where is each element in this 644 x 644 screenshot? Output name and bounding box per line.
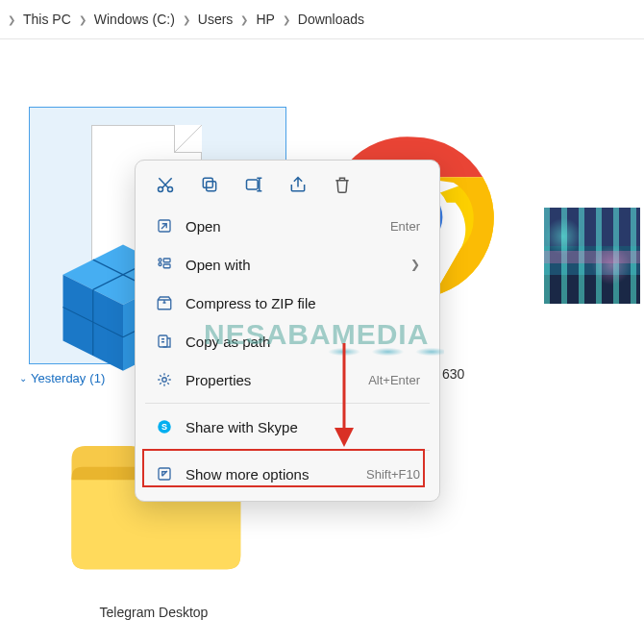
delete-icon[interactable] xyxy=(332,174,353,195)
menu-item-compress-zip[interactable]: Compress to ZIP file xyxy=(141,284,433,322)
crumb-hp[interactable]: HP xyxy=(254,10,276,29)
menu-shortcut: Enter xyxy=(390,219,420,234)
content-area: ⌄ Yesterday (1) 630 Telegram Desktop NES… xyxy=(0,39,644,635)
svg-rect-21 xyxy=(163,264,170,268)
group-label-text: Yesterday xyxy=(31,371,86,385)
menu-item-show-more-options[interactable]: Show more options Shift+F10 xyxy=(141,455,433,493)
menu-shortcut: Shift+F10 xyxy=(366,467,420,482)
svg-point-12 xyxy=(159,187,163,192)
properties-icon xyxy=(155,370,174,389)
context-menu-top-actions xyxy=(141,168,433,207)
svg-point-13 xyxy=(168,187,173,192)
menu-label: Share with Skype xyxy=(186,419,420,435)
svg-rect-20 xyxy=(163,259,170,262)
copy-path-icon xyxy=(155,332,174,351)
breadcrumb: ❯ This PC ❯ Windows (C:) ❯ Users ❯ HP ❯ … xyxy=(0,0,644,39)
menu-shortcut: Alt+Enter xyxy=(368,373,420,387)
svg-text:S: S xyxy=(161,422,167,432)
menu-label: Compress to ZIP file xyxy=(186,295,420,311)
chevron-right-icon: ❯ xyxy=(240,14,248,25)
menu-item-open-with[interactable]: Open with ❯ xyxy=(141,245,433,284)
menu-item-share-skype[interactable]: S Share with Skype xyxy=(141,408,433,446)
open-icon xyxy=(155,216,174,235)
crumb-this-pc[interactable]: This PC xyxy=(21,10,73,29)
menu-label: Open with xyxy=(186,257,399,273)
cut-icon[interactable] xyxy=(155,174,176,195)
menu-separator xyxy=(145,450,430,451)
svg-point-19 xyxy=(159,263,161,266)
group-count: (1) xyxy=(89,371,105,385)
svg-rect-14 xyxy=(207,182,216,191)
menu-label: Copy as path xyxy=(186,334,420,350)
menu-label: Show more options xyxy=(186,466,355,483)
menu-item-copy-path[interactable]: Copy as path xyxy=(141,322,433,360)
chevron-down-icon: ⌄ xyxy=(19,373,27,384)
menu-separator xyxy=(145,403,430,404)
chevron-right-icon: ❯ xyxy=(283,14,290,25)
chevron-right-icon: ❯ xyxy=(8,14,15,25)
menu-label: Open xyxy=(186,218,379,235)
copy-icon[interactable] xyxy=(199,174,220,195)
menu-item-properties[interactable]: Properties Alt+Enter xyxy=(141,360,433,399)
group-header-yesterday[interactable]: ⌄ Yesterday (1) xyxy=(19,371,105,385)
crumb-users[interactable]: Users xyxy=(196,10,235,29)
file-tile-image[interactable] xyxy=(544,208,640,304)
svg-rect-22 xyxy=(159,335,167,347)
open-with-icon xyxy=(155,255,174,274)
rename-icon[interactable] xyxy=(243,174,264,195)
crumb-windows-c[interactable]: Windows (C:) xyxy=(92,10,177,29)
svg-point-18 xyxy=(159,259,161,261)
svg-rect-15 xyxy=(203,178,212,187)
chevron-right-icon: ❯ xyxy=(183,14,190,25)
chevron-right-icon: ❯ xyxy=(79,14,87,25)
skype-icon: S xyxy=(155,417,174,436)
show-more-icon xyxy=(155,464,174,483)
menu-item-open[interactable]: Open Enter xyxy=(141,207,433,245)
context-menu: Open Enter Open with ❯ Compress to ZIP f… xyxy=(135,160,440,502)
chevron-right-icon: ❯ xyxy=(410,258,420,271)
crumb-downloads[interactable]: Downloads xyxy=(296,10,366,29)
svg-point-23 xyxy=(162,378,167,383)
file-label-chrome: 630 xyxy=(442,366,464,382)
zip-icon xyxy=(155,293,174,312)
share-icon[interactable] xyxy=(287,174,309,195)
menu-label: Properties xyxy=(186,372,357,388)
folder-label: Telegram Desktop xyxy=(58,605,250,620)
svg-rect-16 xyxy=(247,180,259,189)
